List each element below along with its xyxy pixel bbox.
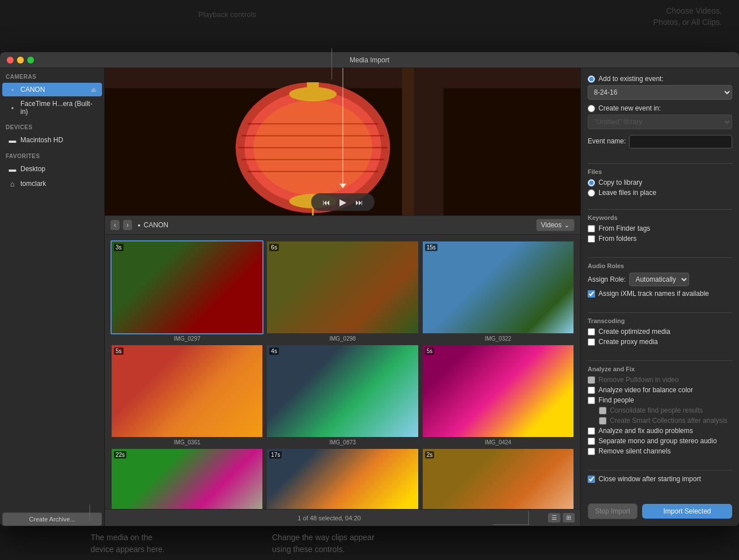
analyze-audio-checkbox[interactable]: [588, 427, 595, 435]
play-button[interactable]: ▶: [339, 197, 346, 207]
remove-silent-checkbox[interactable]: [588, 448, 595, 455]
back-button[interactable]: ‹: [111, 220, 120, 230]
videos-filter-dropdown[interactable]: Videos ⌄: [536, 219, 575, 231]
skip-forward-button[interactable]: ⏭: [355, 198, 363, 207]
sidebar-item-canon[interactable]: ▪ CANON ⏏: [2, 83, 102, 96]
analyze-fix-section: Analyze and Fix Remove Pulldown in video…: [588, 366, 732, 457]
close-window-checkbox[interactable]: [588, 476, 595, 483]
sidebar-item-desktop[interactable]: ▬ Desktop: [2, 162, 102, 176]
right-annotation-horiz: [493, 524, 529, 525]
sidebar-item-macintosh[interactable]: ▬ Macintosh HD: [2, 133, 102, 147]
create-smart-row: Create Smart Collections after analysis: [588, 417, 732, 425]
clip-item-0298[interactable]: 6s IMG_0298: [266, 240, 419, 342]
remove-pulldown-checkbox[interactable]: [588, 376, 595, 384]
consolidate-checkbox[interactable]: [599, 407, 606, 414]
clip-item-0297[interactable]: 3s IMG_0297: [111, 240, 264, 342]
copy-to-library-row: Copy to library: [588, 179, 732, 186]
separate-mono-row: Separate mono and group stereo audio: [588, 437, 732, 445]
find-people-checkbox[interactable]: [588, 397, 595, 404]
leave-files-radio[interactable]: [588, 189, 595, 197]
clip-item-0361[interactable]: 5s IMG_0361: [111, 344, 264, 446]
create-smart-checkbox[interactable]: [599, 417, 606, 425]
playhead-line: [342, 68, 343, 187]
sidebar-item-facetime[interactable]: ▪ FaceTime H...era (Built-in): [2, 97, 102, 118]
copy-to-library-radio[interactable]: [588, 179, 595, 186]
close-button[interactable]: [7, 57, 14, 63]
svg-rect-16: [414, 68, 443, 215]
add-to-event-radio[interactable]: [588, 75, 595, 83]
clip-item-0829[interactable]: 2s IMG_0829: [422, 448, 575, 509]
minimize-button[interactable]: [17, 57, 24, 63]
forward-button[interactable]: ›: [123, 220, 132, 230]
assign-ixml-checkbox[interactable]: [588, 290, 595, 298]
skip-back-button[interactable]: ⏮: [322, 198, 330, 207]
clip-image-0298: [267, 241, 418, 333]
create-proxy-checkbox[interactable]: [588, 338, 595, 346]
create-archive-button[interactable]: Create Archive...: [2, 512, 102, 526]
sidebar: CAMERAS ▪ CANON ⏏ ▪ FaceTime H...era (Bu…: [0, 68, 105, 526]
playback-annotation-line: [332, 48, 332, 79]
from-finder-label: From Finder tags: [598, 224, 650, 232]
playback-controls-label: Playback controls: [198, 10, 256, 19]
sidebar-item-tomclark[interactable]: ⌂ tomclark: [2, 177, 102, 190]
breadcrumb: ▪ CANON: [138, 221, 168, 230]
create-new-event-row: Create new event in:: [588, 104, 732, 112]
assign-role-dropdown[interactable]: Automatically: [629, 273, 689, 286]
camera-icon: ▪: [8, 85, 17, 94]
clip-thumb-0297: 3s: [111, 240, 264, 334]
clip-thumb-0730: 17s: [266, 448, 419, 509]
clip-duration-0829: 2s: [425, 451, 435, 459]
from-folders-checkbox[interactable]: [588, 235, 595, 243]
clip-name-0322: IMG_0322: [422, 336, 575, 342]
titlebar: Media Import: [0, 52, 739, 68]
clip-item-0730[interactable]: 17s IMG_0730: [266, 448, 419, 509]
find-people-row: Find people: [588, 396, 732, 404]
new-event-library-dropdown[interactable]: "Untitled" library: [588, 114, 732, 129]
clip-item-0453[interactable]: 22s IMG_0453: [111, 448, 264, 509]
create-optimized-label: Create optimized media: [598, 328, 670, 336]
remove-pulldown-label: Remove Pulldown in video: [598, 376, 678, 384]
import-buttons: Stop Import Import Selected: [588, 503, 732, 519]
svg-rect-11: [307, 82, 319, 97]
clip-item-0322[interactable]: 15s IMG_0322: [422, 240, 575, 342]
separate-mono-checkbox[interactable]: [588, 438, 595, 445]
analyze-audio-label: Analyze and fix audio problems: [598, 427, 693, 435]
keywords-section: Keywords From Finder tags From folders: [588, 214, 732, 245]
divider-3: [588, 257, 732, 258]
list-view-button[interactable]: ☰: [548, 513, 560, 523]
analyze-balance-checkbox[interactable]: [588, 387, 595, 394]
transcoding-title: Transcoding: [588, 317, 732, 324]
devices-section-label: DEVICES: [0, 118, 104, 133]
sidebar-item-label-macintosh: Macintosh HD: [20, 136, 63, 144]
divider-4: [588, 312, 732, 313]
from-folders-label: From folders: [598, 235, 636, 243]
clip-item-0424[interactable]: 5s IMG_0424: [422, 344, 575, 446]
stop-import-button[interactable]: Stop Import: [588, 503, 638, 519]
clip-image-0322: [423, 241, 574, 333]
event-name-input[interactable]: [629, 135, 732, 149]
playhead-marker: [339, 184, 346, 188]
import-footer: Stop Import Import Selected: [588, 498, 732, 519]
clip-thumb-0453: 22s: [111, 448, 264, 509]
eject-icon[interactable]: ⏏: [91, 86, 96, 94]
clip-name-0297: IMG_0297: [111, 336, 264, 342]
leave-files-label: Leave files in place: [598, 189, 656, 197]
existing-event-dropdown[interactable]: 8-24-16: [588, 85, 732, 100]
event-section: Add to existing event: 8-24-16 Create ne…: [588, 75, 732, 151]
from-finder-checkbox[interactable]: [588, 225, 595, 232]
create-proxy-label: Create proxy media: [598, 338, 658, 346]
clip-item-0873[interactable]: 4s IMG_0873: [266, 344, 419, 446]
clip-name-0424: IMG_0424: [422, 439, 575, 446]
create-optimized-checkbox[interactable]: [588, 328, 595, 336]
maximize-button[interactable]: [27, 57, 34, 63]
analyze-fix-title: Analyze and Fix: [588, 366, 732, 372]
add-to-event-row: Add to existing event:: [588, 75, 732, 83]
clip-thumb-0829: 2s: [422, 448, 575, 509]
create-new-event-radio[interactable]: [588, 105, 595, 112]
camera-icon-2: ▪: [8, 103, 17, 112]
analyze-balance-label: Analyze video for balance color: [598, 386, 693, 394]
disk-icon: ▬: [8, 135, 17, 145]
import-selected-button[interactable]: Import Selected: [642, 504, 732, 519]
from-finder-row: From Finder tags: [588, 224, 732, 232]
grid-view-button[interactable]: ⊞: [563, 513, 575, 523]
